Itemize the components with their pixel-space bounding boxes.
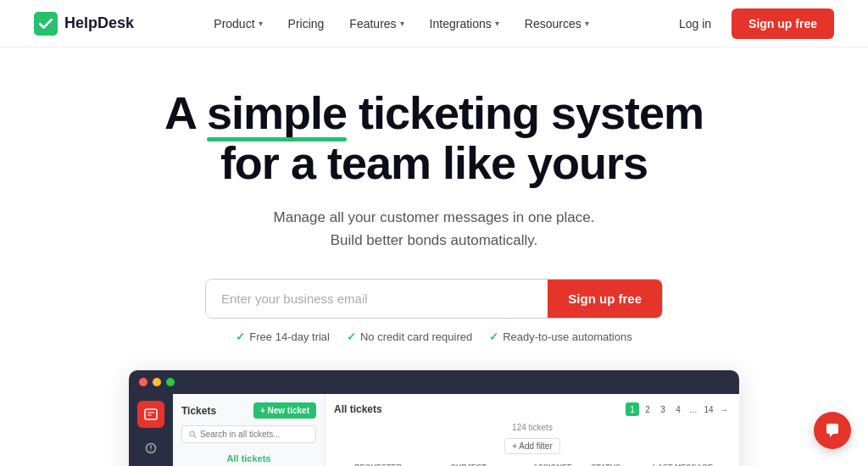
- check-icon: ✓: [489, 330, 498, 343]
- hero-subtitle: Manage all your customer messages in one…: [274, 206, 595, 252]
- page-dots: ...: [687, 402, 700, 416]
- navbar: HelpDesk Product ▾ Pricing Features ▾ In…: [0, 0, 868, 47]
- logo-text: HelpDesk: [64, 14, 134, 32]
- nav-resources[interactable]: Resources ▾: [515, 10, 599, 37]
- nav-pricing[interactable]: Pricing: [278, 10, 335, 37]
- new-ticket-button[interactable]: + New ticket: [253, 402, 316, 419]
- add-filter-button[interactable]: + Add filter: [504, 438, 560, 454]
- hero-badges: ✓ Free 14-day trial ✓ No credit card req…: [236, 330, 632, 343]
- preview-main: Tickets + New ticket All tickets: [173, 394, 739, 466]
- preview-body: Tickets + New ticket All tickets: [129, 394, 739, 466]
- col-status: STATUS: [586, 459, 648, 466]
- page-3[interactable]: 3: [656, 402, 670, 416]
- ticket-count: 124 tickets: [334, 423, 731, 432]
- email-form: Sign up free: [205, 279, 663, 319]
- col-last-message: LAST MESSAGE: [648, 459, 731, 466]
- window-topbar: [129, 370, 739, 394]
- pagination: 1 2 3 4 ... 14 →: [626, 402, 731, 416]
- hero-section: A simple ticketing system for a team lik…: [0, 47, 868, 466]
- window-maximize-dot: [166, 378, 175, 386]
- signup-button[interactable]: Sign up free: [732, 8, 834, 39]
- svg-point-5: [150, 450, 151, 451]
- ticket-search: [181, 425, 316, 443]
- logo-icon: [34, 12, 58, 36]
- sidebar-icon-1[interactable]: [137, 435, 164, 462]
- app-sidebar: [129, 394, 173, 466]
- hero-cta-button[interactable]: Sign up free: [548, 280, 662, 318]
- page-14[interactable]: 14: [702, 402, 715, 416]
- chat-bubble[interactable]: [814, 412, 851, 449]
- tickets-panel-header: Tickets + New ticket: [181, 402, 316, 419]
- window-minimize-dot: [153, 378, 161, 386]
- all-tickets-nav[interactable]: All tickets: [181, 450, 316, 466]
- search-input[interactable]: [200, 430, 309, 439]
- nav-links: Product ▾ Pricing Features ▾ Integration…: [203, 10, 598, 37]
- col-assignee: ASSIGNEE: [527, 459, 586, 466]
- chevron-down-icon: ▾: [585, 19, 589, 28]
- badge-trial: ✓ Free 14-day trial: [236, 330, 330, 343]
- tickets-label: Tickets: [181, 405, 216, 417]
- all-tickets-title: All tickets: [334, 403, 382, 415]
- hero-title: A simple ticketing system for a team lik…: [164, 88, 704, 189]
- tickets-list-header: All tickets 1 2 3 4 ... 14 →: [334, 402, 731, 416]
- window-close-dot: [139, 378, 147, 386]
- page-2[interactable]: 2: [641, 402, 654, 416]
- tickets-panel: Tickets + New ticket All tickets: [173, 394, 326, 466]
- search-icon: [189, 430, 197, 439]
- nav-features[interactable]: Features ▾: [339, 10, 414, 37]
- badge-automations: ✓ Ready-to-use automations: [489, 330, 632, 343]
- page-1[interactable]: 1: [626, 402, 639, 416]
- page-4[interactable]: 4: [671, 402, 685, 416]
- col-subject: SUBJECT: [446, 459, 528, 466]
- chevron-down-icon: ▾: [259, 19, 263, 28]
- sidebar-tickets-icon[interactable]: [137, 401, 164, 428]
- nav-product[interactable]: Product ▾: [203, 10, 272, 37]
- login-button[interactable]: Log in: [669, 10, 721, 37]
- table-header-row: REQUESTER SUBJECT ASSIGNEE: [334, 459, 731, 466]
- badge-no-cc: ✓ No credit card required: [347, 330, 472, 343]
- svg-line-11: [194, 435, 196, 437]
- logo[interactable]: HelpDesk: [34, 12, 134, 36]
- page-next[interactable]: →: [717, 402, 731, 416]
- chevron-down-icon: ▾: [400, 19, 404, 28]
- tickets-list-panel: All tickets 1 2 3 4 ... 14 → 124: [326, 394, 739, 466]
- hero-title-underline: simple: [207, 88, 347, 138]
- svg-rect-0: [145, 409, 157, 419]
- tickets-table: REQUESTER SUBJECT ASSIGNEE: [334, 459, 731, 466]
- chevron-down-icon: ▾: [495, 19, 499, 28]
- email-input[interactable]: [206, 280, 548, 318]
- check-icon: ✓: [236, 330, 245, 343]
- check-icon: ✓: [347, 330, 356, 343]
- preview-window: Tickets + New ticket All tickets: [129, 370, 739, 466]
- nav-right: Log in Sign up free: [669, 8, 834, 39]
- app-preview: Tickets + New ticket All tickets: [17, 370, 851, 466]
- col-requester: REQUESTER: [334, 459, 446, 466]
- nav-integrations[interactable]: Integrations ▾: [420, 10, 509, 37]
